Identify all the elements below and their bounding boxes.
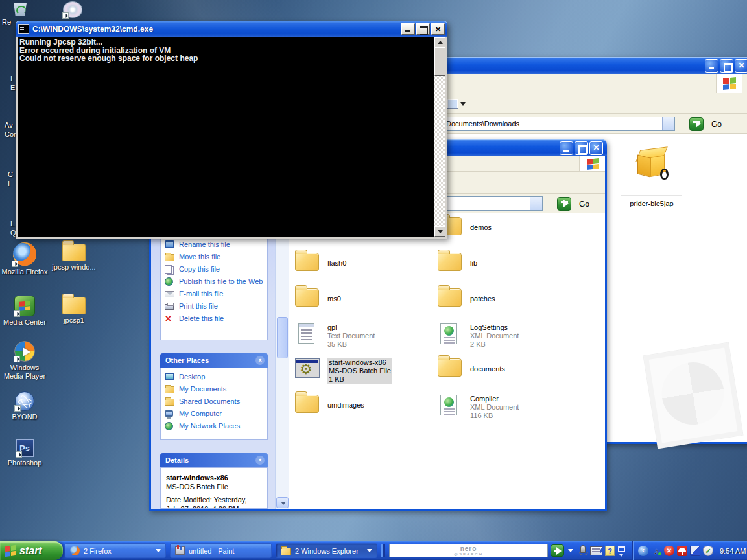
file-item-logsettings[interactable]: LogSettings XML Document 2 KB — [438, 323, 575, 357]
task-rename-this-file[interactable]: Rename this file — [161, 239, 267, 251]
nero-search-input[interactable]: nero @SEARCH — [389, 544, 548, 557]
link-my-documents[interactable]: My Documents — [161, 383, 267, 395]
my-documents-icon — [165, 386, 174, 393]
desktop-icon-wmp[interactable]: WindowsMedia Player — [0, 341, 49, 380]
menu-bar[interactable] — [417, 74, 747, 93]
deskband-grip[interactable] — [381, 544, 385, 557]
handwriting-icon[interactable] — [590, 546, 602, 555]
views-button[interactable] — [447, 97, 469, 111]
file-item-ms0[interactable]: ms0 — [295, 288, 433, 322]
task-copy-this-file[interactable]: Copy this file — [161, 263, 267, 275]
help-icon[interactable]: ? — [605, 546, 615, 556]
scroll-down-button[interactable] — [434, 226, 445, 237]
file-item-documents[interactable]: documents — [438, 358, 575, 392]
scrollbar-thumb[interactable] — [434, 47, 445, 76]
task-move-this-file[interactable]: Move this file — [161, 251, 267, 263]
maximize-button[interactable] — [575, 141, 588, 155]
desktop-icon-label: Photoshop — [0, 459, 49, 467]
chevron-down-icon[interactable] — [619, 554, 623, 557]
link-my-computer[interactable]: My Computer — [161, 408, 267, 420]
details-header[interactable]: Details « — [160, 453, 268, 467]
text-document-icon — [298, 323, 314, 344]
views-grid-icon — [447, 99, 458, 109]
start-button[interactable]: start — [0, 541, 63, 560]
desktop-icon-jpcsp-windows-folder[interactable]: jpcsp-windo... — [49, 240, 99, 272]
file-item-lib[interactable]: lib — [438, 253, 575, 286]
details-file-name: start-windows-x86 — [161, 473, 267, 482]
desktop-icon-firefox[interactable]: Mozilla Firefox — [0, 242, 49, 276]
task-print-this-file[interactable]: Print this file — [161, 300, 267, 312]
file-item-start-windows-x86-selected[interactable]: ⚙ start-windows-x86 MS-DOS Batch File 1 … — [295, 358, 433, 392]
windows-logo-icon — [723, 76, 736, 89]
desktop-icon-jpcsp1-folder[interactable]: jpcsp1 — [49, 293, 99, 325]
email-icon — [165, 291, 174, 298]
task-publish-this-file[interactable]: Publish this file to the Web — [161, 275, 267, 288]
taskbar-button-explorer-group[interactable]: 2 Windows Explorer — [276, 543, 377, 558]
desktop: Re IE AvCon CI LQ Mozilla Firefox jpcsp-… — [0, 0, 747, 560]
windows-logo-box — [716, 74, 742, 93]
microphone-icon[interactable] — [580, 545, 586, 553]
scrollbar-thumb[interactable] — [277, 317, 288, 358]
minimize-button[interactable] — [401, 23, 415, 35]
folder-icon — [295, 395, 319, 413]
media-center-icon — [14, 296, 35, 316]
tray-shield-check-icon[interactable]: ✓ — [703, 546, 713, 556]
maximize-button[interactable] — [720, 59, 733, 73]
file-item-demos[interactable]: demos — [438, 217, 575, 251]
link-desktop[interactable]: Desktop — [161, 371, 267, 383]
console-scrollbar[interactable] — [434, 37, 445, 237]
cmd-titlebar[interactable]: C:\WINDOWS\system32\cmd.exe ✕ — [16, 21, 447, 37]
task-pane-scrollbar[interactable] — [275, 213, 289, 509]
taskbar-button-firefox-group[interactable]: 2 Firefox — [65, 543, 166, 558]
task-email-this-file[interactable]: E-mail this file — [161, 288, 267, 300]
collapse-chevron-icon[interactable]: « — [255, 356, 265, 365]
file-item-gpl[interactable]: gpl Text Document 35 KB — [295, 323, 433, 357]
desktop-icon-media-center[interactable]: Media Center — [0, 296, 49, 327]
link-shared-documents[interactable]: Shared Documents — [161, 395, 267, 408]
collapse-chevron-icon[interactable]: « — [255, 456, 265, 465]
address-dropdown-button[interactable] — [530, 197, 542, 210]
tray-nero-icon[interactable] — [690, 546, 700, 556]
task-delete-this-file[interactable]: ✕ Delete this file — [161, 312, 267, 325]
close-button[interactable]: ✕ — [735, 59, 747, 73]
maximize-button[interactable] — [416, 23, 430, 35]
file-item-flash0[interactable]: flash0 — [295, 253, 433, 286]
other-places-box: Desktop My Documents Shared Documents My… — [160, 368, 268, 440]
desktop-icon-byond[interactable]: BYOND — [0, 391, 49, 421]
desktop-icon-cd[interactable] — [53, 1, 92, 18]
file-item-patches[interactable]: patches — [438, 288, 575, 322]
search-go-button[interactable] — [551, 544, 564, 557]
tray-audio-icon[interactable]: ♪ — [651, 546, 661, 556]
tray-security-alert-icon[interactable]: ✕ — [664, 546, 674, 556]
desktop-icon-photoshop[interactable]: Ps Photoshop — [0, 439, 49, 467]
minimize-button[interactable] — [560, 141, 573, 155]
chevron-down-icon[interactable] — [568, 549, 573, 552]
file-item-compiler[interactable]: Compiler XML Document 116 KB — [438, 395, 575, 428]
tray-collapse-icon[interactable]: ‹ — [638, 546, 648, 556]
cmd-window: C:\WINDOWS\system32\cmd.exe ✕ Running Jp… — [16, 21, 447, 239]
scroll-up-button[interactable] — [434, 37, 445, 47]
minimize-button[interactable] — [705, 59, 718, 73]
close-button[interactable]: ✕ — [589, 141, 603, 155]
tray-avira-icon[interactable] — [677, 546, 687, 556]
restore-window-icon[interactable] — [618, 546, 625, 552]
xml-document-icon — [440, 395, 457, 415]
file-label[interactable]: prider-ble5jap — [611, 200, 692, 207]
address-input[interactable]: Documents\Downloads — [443, 117, 675, 131]
scroll-down-button[interactable] — [276, 497, 289, 508]
go-button[interactable] — [557, 197, 571, 211]
close-button[interactable]: ✕ — [431, 23, 445, 35]
file-item-umdimages[interactable]: umdimages — [295, 395, 433, 428]
archive-cube-icon — [637, 148, 666, 178]
taskbar-button-paint[interactable]: untitled - Paint — [170, 543, 272, 558]
address-dropdown-button[interactable] — [662, 117, 674, 130]
desktop-icon-label: Mozilla Firefox — [0, 268, 49, 276]
firefox-icon — [13, 242, 36, 266]
go-button[interactable] — [689, 117, 704, 131]
console[interactable]: Running Jpcsp 32bit...Error occurred dur… — [18, 37, 445, 237]
other-places-header[interactable]: Other Places « — [160, 353, 268, 368]
file-cell-prider[interactable] — [621, 135, 682, 196]
folder-icon — [438, 253, 462, 271]
link-my-network-places[interactable]: My Network Places — [161, 420, 267, 432]
background-window-titlebar[interactable] — [415, 57, 747, 74]
